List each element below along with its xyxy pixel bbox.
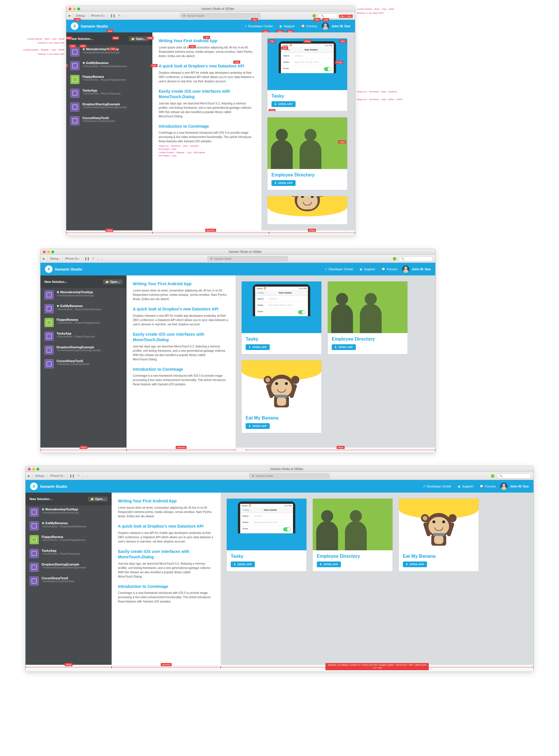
config-dropdown[interactable]: Debug — [35, 474, 45, 477]
step-over-icon[interactable]: ↷ — [118, 14, 120, 18]
sidebar-item[interactable]: MonodevelopTestApp~/Desktop/MonodevelopT… — [66, 45, 152, 59]
card-employee-directory[interactable]: 180pt Employee Directory ⬇OPEN APP — [267, 117, 348, 190]
sidebar-item[interactable]: FlappyBanana~/Documents/.../Repos/Flappy… — [41, 316, 127, 329]
card-employee-directory[interactable]: Employee Directory⬇OPEN APP — [328, 281, 408, 354]
zoom-icon[interactable] — [37, 468, 39, 471]
play-icon[interactable]: ▶ — [43, 257, 45, 260]
new-solution-button[interactable]: New Solution… — [70, 37, 93, 41]
open-button[interactable]: 📁Open… — [129, 37, 148, 41]
status-dot-icon[interactable] — [393, 257, 396, 260]
status-dot-icon[interactable] — [491, 474, 494, 478]
open-app-button[interactable]: ⬇OPEN APP — [332, 344, 356, 350]
search-input[interactable]: 🔍 — [497, 474, 531, 479]
card-eat-my-banana[interactable]: Eat My Banana⬇OPEN APP — [241, 360, 322, 433]
close-icon[interactable] — [69, 7, 71, 10]
logo-icon[interactable]: X — [30, 483, 38, 490]
card-eat-my-banana[interactable]: Eat My Banana⬇OPEN APP — [399, 498, 479, 572]
pause-icon[interactable]: ❚❚ — [84, 257, 90, 260]
sidebar-item[interactable]: CocosSharpTest2~/Desktop/CocosSharpTest2 — [25, 574, 112, 588]
article-title[interactable]: Introduction to CoreImage — [118, 584, 214, 589]
step-in-icon[interactable]: ↓ — [122, 14, 124, 18]
step-out-icon[interactable]: ↑ — [127, 14, 128, 18]
titlebar[interactable]: Xamarin Studio at 1400px — [41, 249, 435, 255]
article-title[interactable]: A quick look at Dropbox's new Datastore … — [133, 306, 229, 312]
card-tasky[interactable]: Carrier📶2:11 PM ‹ TaskyTask Details Name… — [267, 38, 348, 111]
zoom-icon[interactable] — [51, 250, 54, 253]
new-solution-button[interactable]: New Solution… — [44, 280, 68, 283]
open-button[interactable]: 📁Open… — [88, 497, 108, 502]
article-title[interactable]: Easily create iOS user interfaces with M… — [118, 549, 214, 560]
avatar[interactable] — [322, 22, 329, 30]
build-status[interactable]: ⚙Xamarin Studio — [249, 474, 330, 479]
close-icon[interactable] — [43, 250, 46, 253]
logo-icon[interactable]: X — [71, 22, 79, 30]
play-icon[interactable]: ▶ — [28, 474, 30, 478]
zoom-icon[interactable] — [77, 7, 80, 10]
article-title[interactable]: Writing Your First Android App — [118, 498, 214, 504]
sidebar-item[interactable]: TaskyApp~/Documents/.../Repos/TaskyApp — [66, 86, 152, 100]
card-employee-directory[interactable]: Employee Directory⬇OPEN APP — [313, 498, 393, 572]
article-title[interactable]: Writing Your First Android App — [133, 281, 229, 287]
open-app-button[interactable]: ⬇OPEN APP — [271, 180, 295, 186]
sidebar-item[interactable]: FlappyBanana~/Documents/.../Repos/Flappy… — [25, 533, 112, 547]
open-app-button[interactable]: ⬇OPEN APP — [403, 562, 427, 567]
card-tasky[interactable]: Carrier📶2:11 PM ‹ TaskyTask Details Name… — [226, 498, 307, 572]
device-dropdown[interactable]: iPhone 5s — [65, 257, 80, 260]
sidebar-item[interactable]: EatMyBananas~/Documents/.../Repos/EatMyB… — [25, 519, 112, 533]
article-title[interactable]: Introduction to CoreImage — [159, 124, 255, 129]
avatar[interactable] — [402, 266, 409, 273]
nav-forums[interactable]: 💬Forums — [479, 485, 496, 488]
new-solution-button[interactable]: New Solution… — [29, 497, 53, 501]
article-title[interactable]: Introduction to CoreImage — [133, 367, 229, 372]
search-input[interactable]: 🔍 — [399, 256, 433, 261]
step-out-icon[interactable]: ↑ — [101, 257, 103, 260]
card-partial[interactable] — [267, 196, 348, 225]
status-dot-icon[interactable] — [313, 14, 316, 18]
step-out-icon[interactable]: ↑ — [86, 474, 88, 478]
sidebar-item[interactable]: TaskyApp~/Documents/.../Repos/TaskyApp — [41, 329, 127, 343]
play-icon[interactable]: ▶ — [69, 14, 71, 18]
sidebar-item[interactable]: CocosSharpTest2~/Desktop/CocosSharpTest2 — [66, 114, 152, 128]
logo-icon[interactable]: X — [45, 266, 52, 273]
open-app-button[interactable]: ⬇OPEN APP — [317, 562, 341, 567]
sidebar-item[interactable]: FlappyBanana~/Documents/.../Repos/Flappy… — [66, 73, 152, 86]
build-status[interactable]: ⚙Xamarin Studio — [207, 256, 288, 261]
nav-support[interactable]: ◉Support — [360, 268, 375, 271]
open-app-button[interactable]: ⬇OPEN APP — [271, 101, 295, 107]
pause-icon[interactable]: ❚❚ — [69, 474, 74, 478]
minimize-icon[interactable] — [32, 468, 35, 471]
nav-forums[interactable]: 💬Forums — [381, 268, 398, 271]
article-title[interactable]: A quick look at Dropbox's new Datastore … — [159, 63, 255, 69]
step-in-icon[interactable]: ↓ — [82, 474, 84, 478]
nav-developer-center[interactable]: ↗Developer Center — [325, 268, 353, 271]
avatar[interactable] — [500, 483, 508, 490]
sidebar-item[interactable]: CocosSharpTest2~/Desktop/CocosSharpTest2 — [41, 357, 127, 371]
nav-developer-center[interactable]: ↗Developer Center — [423, 485, 451, 488]
close-icon[interactable] — [28, 468, 31, 471]
user-name[interactable]: John W. Doe — [331, 24, 350, 28]
pause-icon[interactable]: ❚❚ — [110, 14, 115, 18]
step-over-icon[interactable]: ↷ — [92, 257, 94, 260]
nav-developer-center[interactable]: ↗Developer Center — [244, 24, 273, 28]
build-status[interactable]: ⚙ Xamarin Studio — [180, 13, 261, 18]
open-app-button[interactable]: ⬇OPEN APP — [246, 344, 270, 350]
article-title[interactable]: Easily create iOS user interfaces with M… — [133, 332, 229, 343]
sidebar-item[interactable]: DropboxSharingExample~/Downloads/Dropbox… — [41, 343, 127, 357]
article-title[interactable]: Easily create iOS user interfaces with M… — [159, 89, 255, 99]
nav-forums[interactable]: 💬Forums — [301, 24, 317, 28]
minimize-icon[interactable] — [47, 250, 50, 253]
sidebar-item[interactable]: TaskyApp~/Documents/.../Repos/TaskyApp — [25, 547, 112, 560]
open-button[interactable]: 📁Open… — [103, 279, 122, 284]
sidebar-item[interactable]: MonodevelopTestApp~/Desktop/MonodevelopT… — [41, 288, 127, 302]
minimize-icon[interactable] — [73, 7, 76, 10]
card-tasky[interactable]: Carrier📶2:11 PM ‹ TaskyTask Details Name… — [241, 281, 322, 354]
article-title[interactable]: A quick look at Dropbox's new Datastore … — [118, 524, 214, 529]
sidebar-item[interactable]: DropboxSharingExample~/Downloads/Dropbox… — [66, 100, 152, 114]
nav-support[interactable]: ◉Support — [458, 485, 473, 488]
window-controls[interactable] — [69, 7, 80, 10]
open-app-button[interactable]: ⬇OPEN APP — [246, 423, 270, 429]
device-dropdown[interactable]: iPhone 5s — [50, 474, 65, 477]
sidebar-item[interactable]: EatMyBananas~/Documents/.../Repos/EatMyB… — [66, 59, 152, 73]
config-dropdown[interactable]: Debug — [76, 14, 86, 17]
open-app-button[interactable]: ⬇OPEN APP — [231, 562, 255, 567]
